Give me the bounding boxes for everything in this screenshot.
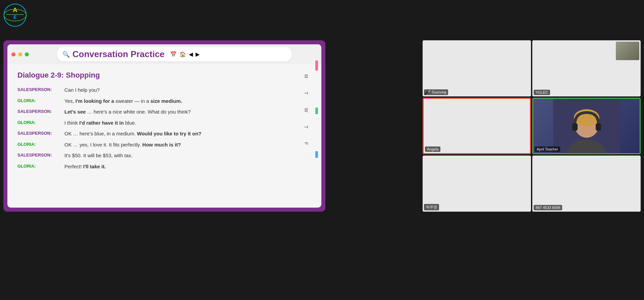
participant-yglec: YGLEC bbox=[532, 40, 641, 96]
speech-text: OK … here's blue, in a medium. Would you… bbox=[64, 130, 202, 138]
dialogue-line: SALESPERSON:It's $50. It will be $53, wi… bbox=[17, 152, 301, 160]
presentation-area: 🔍 Conversation Practice 📅 🏠 ◀ ▶ Dialogue… bbox=[3, 40, 325, 212]
svg-text:E: E bbox=[13, 14, 16, 20]
speaker-label: GLORIA: bbox=[17, 163, 64, 169]
speech-text: Perfect! I'll take it. bbox=[64, 163, 106, 171]
dialogue-line: GLORIA:Perfect! I'll take it. bbox=[17, 163, 301, 171]
april-video bbox=[533, 99, 640, 153]
dialogue-lines: SALESPERSON:Can I help you?GLORIA:Yes, I… bbox=[17, 86, 301, 170]
tab-w[interactable]: W bbox=[304, 108, 309, 112]
participant-bakjuyeong: 박주영 bbox=[423, 156, 531, 212]
svg-rect-10 bbox=[596, 123, 601, 131]
side-tabs: M T W T F bbox=[301, 71, 311, 201]
speech-text: I think I'd rather have it in blue. bbox=[64, 119, 136, 127]
main-content: Dialogue 2-9: Shopping SALESPERSON:Can I… bbox=[17, 71, 301, 201]
speech-text: OK … yes, I love it. It fits perfectly. … bbox=[64, 141, 181, 149]
video-grid: 🎤 🎤 Suyoung YGLEC Angela bbox=[423, 40, 641, 212]
participant-name-bakjuyeong: 박주영 bbox=[424, 204, 439, 210]
browser-titlebar: 🔍 Conversation Practice 📅 🏠 ◀ ▶ bbox=[7, 44, 321, 64]
page-title: Conversation Practice bbox=[72, 49, 165, 59]
browser-window: 🔍 Conversation Practice 📅 🏠 ◀ ▶ Dialogue… bbox=[7, 44, 321, 208]
participant-april: April Teacher bbox=[532, 98, 641, 154]
participant-name-yglec: YGLEC bbox=[534, 90, 550, 95]
speaker-label: GLORIA: bbox=[17, 141, 64, 147]
minimize-button[interactable] bbox=[18, 52, 22, 56]
tab-f[interactable]: F bbox=[304, 142, 309, 145]
speaker-label: SALESPERSON: bbox=[17, 86, 64, 92]
tab-t1[interactable]: T bbox=[304, 92, 309, 95]
color-tab-blue bbox=[315, 151, 318, 158]
address-bar[interactable]: 🔍 Conversation Practice 📅 🏠 ◀ ▶ bbox=[57, 47, 292, 61]
color-tab-green bbox=[315, 108, 318, 114]
speaker-label: GLORIA: bbox=[17, 119, 64, 125]
tab-t2[interactable]: T bbox=[304, 126, 309, 129]
speaker-label: SALESPERSON: bbox=[17, 108, 64, 114]
svg-rect-9 bbox=[572, 123, 578, 131]
home-icon[interactable]: 🏠 bbox=[179, 51, 186, 57]
dialogue-line: GLORIA:I think I'd rather have it in blu… bbox=[17, 119, 301, 127]
speech-text: It's $50. It will be $53, with tax. bbox=[64, 152, 132, 160]
dialogue-line: GLORIA:OK … yes, I love it. It fits perf… bbox=[17, 141, 301, 149]
calendar-icon[interactable]: 📅 bbox=[170, 51, 177, 57]
dialogue-title: Dialogue 2-9: Shopping bbox=[17, 71, 301, 80]
participant-name-unknown: 897 4533 8098 bbox=[534, 205, 562, 210]
dialogue-line: SALESPERSON:Can I help you? bbox=[17, 86, 301, 94]
participant-name-april: April Teacher bbox=[535, 146, 560, 152]
speech-text: Can I help you? bbox=[64, 86, 100, 94]
participant-unknown: 897 4533 8098 bbox=[532, 156, 641, 212]
logo: A E bbox=[3, 3, 30, 30]
small-thumbnail bbox=[616, 42, 639, 60]
dialogue-line: SALESPERSON:OK … here's blue, in a mediu… bbox=[17, 130, 301, 138]
close-button[interactable] bbox=[11, 52, 15, 56]
color-tab-pink bbox=[315, 60, 318, 71]
dialogue-line: GLORIA:Yes, I'm looking for a sweater — … bbox=[17, 97, 301, 105]
speaker-label: SALESPERSON: bbox=[17, 130, 64, 136]
content-area: Dialogue 2-9: Shopping SALESPERSON:Can I… bbox=[7, 64, 321, 208]
forward-icon[interactable]: ▶ bbox=[196, 51, 200, 57]
participant-name-suyoung: 🎤 Suyoung bbox=[424, 89, 448, 95]
back-icon[interactable]: ◀ bbox=[189, 51, 193, 57]
speech-text: Yes, I'm looking for a sweater — in a si… bbox=[64, 97, 182, 105]
speaker-label: SALESPERSON: bbox=[17, 152, 64, 158]
speaker-label: GLORIA: bbox=[17, 97, 64, 103]
search-icon: 🔍 bbox=[62, 51, 70, 58]
participant-suyoung: 🎤 🎤 Suyoung bbox=[423, 40, 531, 96]
tab-m[interactable]: M bbox=[304, 74, 309, 78]
participant-angela: Angela bbox=[423, 98, 531, 154]
dialogue-line: SALESPERSON:Let's see … here's a nice wh… bbox=[17, 108, 301, 116]
participant-name-angela: Angela bbox=[425, 146, 440, 152]
maximize-button[interactable] bbox=[25, 52, 29, 56]
speech-text: Let's see … here's a nice white one. Wha… bbox=[64, 108, 191, 116]
svg-text:A: A bbox=[13, 6, 17, 13]
nav-icons: 📅 🏠 ◀ ▶ bbox=[170, 51, 200, 57]
